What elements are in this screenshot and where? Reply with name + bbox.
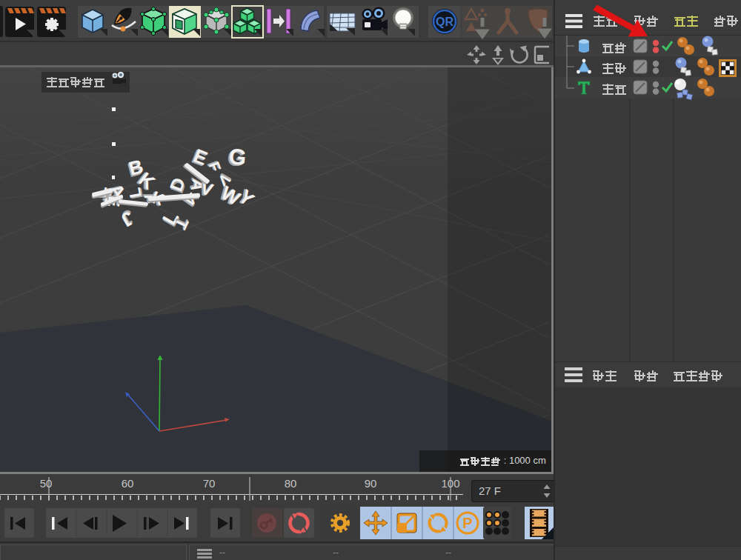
svg-text:50: 50 [40,477,53,490]
svg-text:90: 90 [365,477,377,490]
svg-text:80: 80 [285,477,297,490]
svg-text:P: P [462,515,472,531]
svg-text:70: 70 [203,477,216,490]
svg-text:QR: QR [436,16,453,28]
svg-text:60: 60 [122,477,134,490]
